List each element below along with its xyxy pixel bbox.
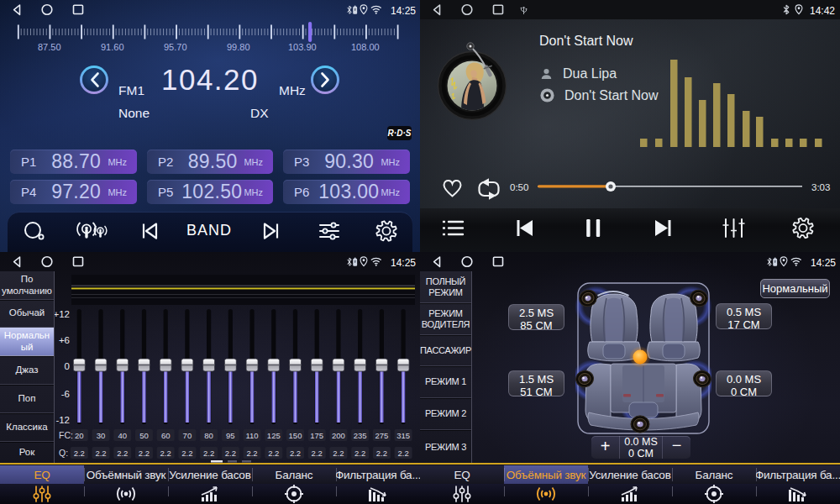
svg-text:235: 235 bbox=[354, 431, 367, 440]
svg-text:125: 125 bbox=[267, 431, 281, 440]
svg-text:2.2: 2.2 bbox=[139, 449, 150, 458]
svg-text:30: 30 bbox=[97, 431, 106, 440]
svg-text:2.2: 2.2 bbox=[181, 449, 192, 458]
svg-text:110: 110 bbox=[245, 431, 258, 440]
svg-text:2.2: 2.2 bbox=[117, 449, 128, 458]
svg-text:2.2: 2.2 bbox=[268, 449, 279, 458]
svg-text:315: 315 bbox=[396, 431, 410, 440]
svg-text:40: 40 bbox=[118, 431, 127, 440]
svg-text:+6: +6 bbox=[59, 335, 70, 345]
svg-text:2.2: 2.2 bbox=[203, 449, 214, 458]
svg-text:2.2: 2.2 bbox=[95, 449, 106, 458]
svg-text:Q:: Q: bbox=[59, 448, 68, 458]
svg-text:95: 95 bbox=[226, 431, 235, 440]
svg-text:2.2: 2.2 bbox=[333, 449, 344, 458]
svg-text:2.2: 2.2 bbox=[225, 449, 236, 458]
svg-text:60: 60 bbox=[161, 431, 171, 440]
svg-text:70: 70 bbox=[183, 431, 192, 440]
svg-text:2.2: 2.2 bbox=[376, 449, 387, 458]
svg-text:FC:: FC: bbox=[59, 430, 73, 440]
svg-text:2.2: 2.2 bbox=[397, 449, 408, 458]
svg-text:2.2: 2.2 bbox=[312, 449, 323, 458]
svg-text:-12: -12 bbox=[55, 415, 70, 425]
svg-text:2.2: 2.2 bbox=[160, 449, 171, 458]
svg-text:2.2: 2.2 bbox=[74, 449, 85, 458]
svg-text:200: 200 bbox=[332, 431, 345, 440]
svg-text:2.2: 2.2 bbox=[290, 449, 301, 458]
svg-text:-6: -6 bbox=[61, 389, 70, 399]
svg-text:2.2: 2.2 bbox=[354, 449, 365, 458]
svg-text:+12: +12 bbox=[55, 309, 70, 319]
svg-text:50: 50 bbox=[139, 431, 149, 440]
svg-text:20: 20 bbox=[75, 431, 84, 440]
svg-text:0: 0 bbox=[65, 361, 70, 371]
svg-text:80: 80 bbox=[204, 431, 213, 440]
svg-text:2.2: 2.2 bbox=[246, 449, 257, 458]
svg-text:275: 275 bbox=[375, 431, 388, 440]
svg-text:150: 150 bbox=[289, 431, 302, 440]
svg-text:175: 175 bbox=[310, 431, 323, 440]
